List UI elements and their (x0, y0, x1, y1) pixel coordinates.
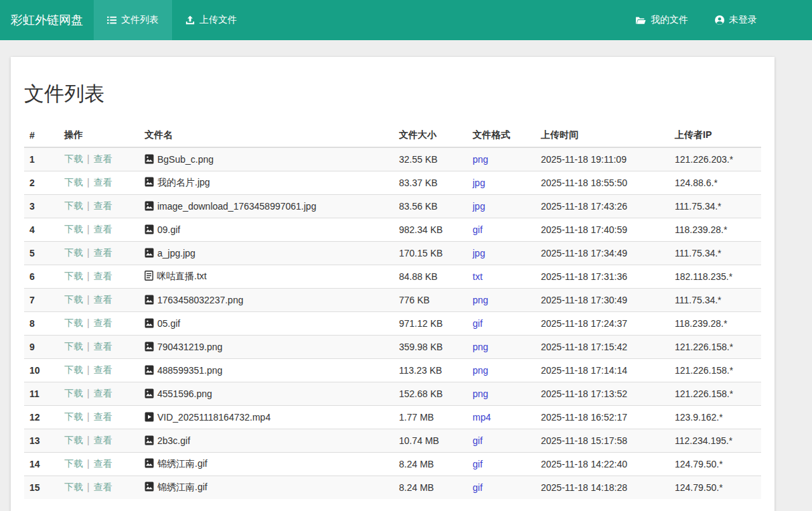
file-image-icon (145, 154, 154, 164)
file-format-link[interactable]: mp4 (473, 412, 491, 423)
file-name: 790431219.png (157, 342, 222, 352)
file-name: VID_20251118164732.mp4 (157, 412, 270, 423)
row-number: 12 (24, 406, 59, 429)
view-link[interactable]: 查看 (94, 411, 112, 422)
download-link[interactable]: 下载 (64, 364, 83, 375)
file-format-cell: gif (467, 429, 536, 453)
file-name: 我的名片.jpg (157, 177, 210, 188)
download-link[interactable]: 下载 (64, 271, 83, 281)
nav-item-login-status[interactable]: 未登录 (702, 0, 770, 40)
uploader-ip: 124.79.50.* (669, 453, 761, 476)
download-link[interactable]: 下载 (64, 458, 83, 469)
file-name: 咪咕直播.txt (157, 271, 207, 281)
download-link[interactable]: 下载 (64, 294, 83, 305)
download-link[interactable]: 下载 (64, 482, 83, 492)
view-link[interactable]: 查看 (94, 317, 112, 328)
nav-item-file-list[interactable]: 文件列表 (94, 0, 172, 40)
file-format-link[interactable]: jpg (473, 248, 485, 259)
view-link[interactable]: 查看 (94, 294, 112, 305)
row-number: 8 (24, 312, 59, 336)
page-title: 文件列表 (24, 80, 761, 108)
download-link[interactable]: 下载 (64, 435, 83, 445)
nav-item-upload[interactable]: 上传文件 (172, 0, 250, 40)
view-link[interactable]: 查看 (94, 271, 112, 281)
action-separator: | (87, 482, 90, 492)
row-number: 15 (24, 476, 59, 500)
uploader-ip: 124.88.6.* (669, 171, 761, 195)
view-link[interactable]: 查看 (94, 388, 112, 398)
brand-link[interactable]: 彩虹外链网盘 (0, 0, 94, 40)
file-image-icon (145, 342, 154, 352)
file-size: 776 KB (394, 289, 467, 312)
uploader-ip: 111.75.34.* (669, 289, 761, 312)
file-format-link[interactable]: png (473, 295, 488, 305)
row-number: 3 (24, 195, 59, 218)
upload-time: 2025-11-18 19:11:09 (536, 147, 669, 171)
file-name-cell: 790431219.png (139, 336, 394, 359)
row-actions: 下载|查看 (59, 476, 139, 500)
table-row: 11 下载|查看 4551596.png 152.68 KB png 2025-… (24, 382, 761, 406)
nav-item-my-files[interactable]: 我的文件 (622, 0, 702, 40)
download-link[interactable]: 下载 (64, 317, 83, 328)
uploader-ip: 124.79.50.* (669, 476, 761, 500)
view-link[interactable]: 查看 (94, 153, 112, 164)
action-separator: | (87, 271, 90, 281)
file-format-link[interactable]: gif (473, 435, 483, 446)
header-index: # (24, 124, 59, 147)
row-actions: 下载|查看 (59, 429, 139, 453)
view-link[interactable]: 查看 (94, 341, 112, 352)
view-link[interactable]: 查看 (94, 247, 112, 258)
download-link[interactable]: 下载 (64, 411, 83, 422)
file-format-link[interactable]: png (473, 365, 488, 376)
view-link[interactable]: 查看 (94, 435, 112, 445)
table-row: 7 下载|查看 1763458032237.png 776 KB png 202… (24, 289, 761, 312)
download-link[interactable]: 下载 (64, 177, 83, 188)
upload-time: 2025-11-18 16:52:17 (536, 406, 669, 429)
file-format-link[interactable]: gif (473, 224, 483, 235)
view-link[interactable]: 查看 (94, 482, 112, 492)
view-link[interactable]: 查看 (94, 200, 112, 211)
download-link[interactable]: 下载 (64, 153, 83, 164)
uploader-ip: 182.118.235.* (669, 265, 761, 289)
file-format-link[interactable]: png (473, 388, 488, 399)
file-format-link[interactable]: txt (473, 271, 483, 282)
list-icon (107, 15, 116, 25)
file-format-link[interactable]: gif (473, 318, 483, 329)
download-link[interactable]: 下载 (64, 247, 83, 258)
download-link[interactable]: 下载 (64, 200, 83, 211)
file-table: # 操作 文件名 文件大小 文件格式 上传时间 上传者IP 1 下载|查看 Bg… (24, 124, 761, 499)
uploader-ip: 121.226.158.* (669, 382, 761, 406)
view-link[interactable]: 查看 (94, 177, 112, 188)
file-format-link[interactable]: png (473, 154, 488, 165)
table-row: 14 下载|查看 锦绣江南.gif 8.24 MB gif 2025-11-18… (24, 453, 761, 476)
table-row: 9 下载|查看 790431219.png 359.98 KB png 2025… (24, 336, 761, 359)
row-actions: 下载|查看 (59, 382, 139, 406)
view-link[interactable]: 查看 (94, 224, 112, 234)
action-separator: | (87, 317, 90, 328)
action-separator: | (87, 388, 90, 398)
view-link[interactable]: 查看 (94, 364, 112, 375)
file-format-link[interactable]: gif (473, 482, 483, 493)
download-link[interactable]: 下载 (64, 341, 83, 352)
download-link[interactable]: 下载 (64, 388, 83, 398)
upload-time: 2025-11-18 17:31:36 (536, 265, 669, 289)
download-link[interactable]: 下载 (64, 224, 83, 234)
table-row: 6 下载|查看 咪咕直播.txt 84.88 KB txt 2025-11-18… (24, 265, 761, 289)
brand-title: 彩虹外链网盘 (11, 12, 83, 28)
navbar-left: 彩虹外链网盘 文件列表 上传文件 (0, 0, 250, 40)
file-format-link[interactable]: gif (473, 459, 483, 469)
row-number: 14 (24, 453, 59, 476)
file-format-link[interactable]: jpg (473, 177, 485, 188)
row-actions: 下载|查看 (59, 171, 139, 195)
row-actions: 下载|查看 (59, 242, 139, 265)
file-size: 359.98 KB (394, 336, 467, 359)
file-format-link[interactable]: png (473, 342, 488, 352)
file-name: 2b3c.gif (157, 435, 190, 446)
upload-icon (185, 15, 195, 25)
file-format-link[interactable]: jpg (473, 201, 485, 212)
file-name-cell: 4551596.png (139, 382, 394, 406)
upload-time: 2025-11-18 17:30:49 (536, 289, 669, 312)
view-link[interactable]: 查看 (94, 458, 112, 469)
file-format-cell: png (467, 336, 536, 359)
row-actions: 下载|查看 (59, 453, 139, 476)
